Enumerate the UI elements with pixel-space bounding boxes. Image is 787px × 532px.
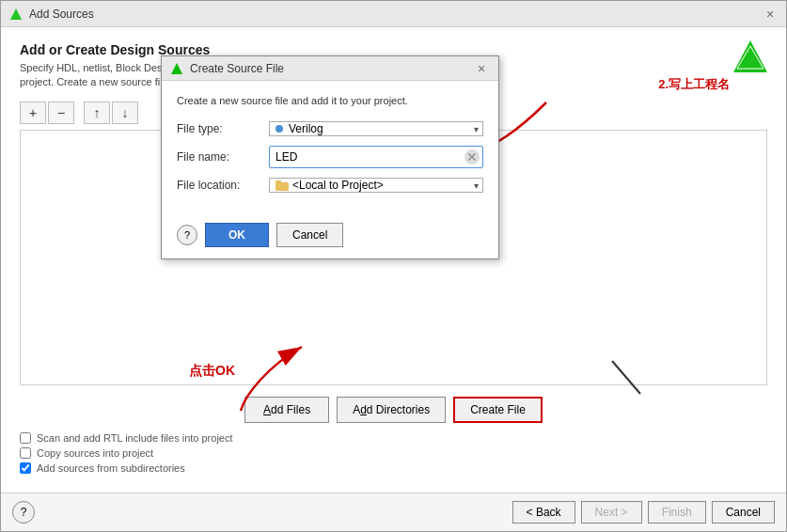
action-buttons-row: Add Files Add Directories Create File (20, 397, 767, 423)
vivado-logo (730, 37, 771, 78)
content-area: Add or Create Design Sources Specify HDL… (1, 27, 786, 493)
window-title: Add Sources (29, 8, 762, 21)
add-subdirs-label: Add sources from subdirectories (37, 462, 185, 474)
remove-file-toolbar-button[interactable]: − (48, 102, 74, 124)
file-name-control: ✕ (269, 146, 483, 168)
file-name-row: File name: ✕ (177, 146, 483, 168)
dialog-title-bar: Create Source File × (162, 56, 498, 81)
dialog-close-button[interactable]: × (472, 59, 491, 78)
file-name-clear-button[interactable]: ✕ (464, 149, 480, 164)
file-location-label: File location: (177, 179, 261, 192)
copy-sources-label: Copy sources into project (37, 447, 153, 459)
move-up-toolbar-button[interactable]: ↑ (84, 102, 110, 124)
finish-button[interactable]: Finish (648, 501, 706, 524)
bottom-navigation: ? < Back Next > Finish Cancel (1, 493, 786, 531)
dialog-body: Create a new source file and add it to y… (162, 81, 498, 215)
create-file-label: Create File (470, 403, 526, 416)
add-file-toolbar-button[interactable]: + (20, 102, 46, 124)
help-button[interactable]: ? (12, 501, 35, 524)
add-directories-label: Add Directories (353, 403, 430, 416)
dialog-cancel-button[interactable]: Cancel (276, 223, 343, 247)
add-subdirs-checkbox[interactable] (20, 462, 31, 474)
file-type-dropdown-icon: ▾ (474, 124, 479, 134)
verilog-dot-icon (275, 125, 283, 133)
copy-sources-option[interactable]: Copy sources into project (20, 447, 767, 459)
file-location-value: <Local to Project> (292, 179, 384, 192)
file-type-value: Verilog (289, 122, 323, 135)
write-project-name-annotation: 2.写上工程名 (658, 76, 730, 93)
next-button[interactable]: Next > (581, 501, 642, 524)
add-files-label: Add Files (263, 403, 310, 416)
add-subdirs-option[interactable]: Add sources from subdirectories (20, 462, 767, 474)
scan-rtl-label: Scan and add RTL include files into proj… (37, 432, 233, 444)
file-type-control: Verilog ▾ (269, 121, 483, 136)
move-down-toolbar-button[interactable]: ↓ (112, 102, 138, 124)
copy-sources-checkbox[interactable] (20, 447, 31, 459)
vivado-logo-area (730, 37, 771, 81)
file-location-dropdown-icon: ▾ (474, 180, 479, 191)
file-type-row: File type: Verilog ▾ (177, 121, 483, 136)
file-location-select[interactable]: <Local to Project> ▾ (269, 178, 483, 193)
create-source-dialog: Create Source File × Create a new source… (161, 55, 499, 259)
window-close-button[interactable]: × (762, 6, 779, 23)
svg-marker-0 (10, 8, 22, 20)
file-location-row: File location: <Local to Project> ▾ (177, 178, 483, 193)
cancel-button[interactable]: Cancel (712, 501, 775, 524)
title-icon (8, 7, 24, 22)
dialog-description: Create a new source file and add it to y… (177, 94, 483, 108)
scan-rtl-option[interactable]: Scan and add RTL include files into proj… (20, 432, 767, 444)
dialog-buttons-row: ? OK Cancel (162, 215, 498, 258)
title-bar: Add Sources × (1, 1, 786, 27)
file-location-control: <Local to Project> ▾ (269, 178, 483, 193)
options-checkboxes: Scan and add RTL include files into proj… (20, 432, 767, 474)
add-files-button[interactable]: Add Files (244, 397, 329, 423)
dialog-help-button[interactable]: ? (177, 225, 197, 245)
folder-icon (275, 180, 289, 191)
nav-buttons-row: < Back Next > Finish Cancel (512, 501, 775, 524)
file-type-label: File type: (177, 122, 261, 135)
dialog-icon (169, 61, 184, 76)
main-window: Add Sources × Add or Create Design Sourc… (0, 0, 787, 532)
file-type-select[interactable]: Verilog ▾ (269, 121, 483, 136)
add-directories-button[interactable]: Add Directories (337, 397, 446, 423)
file-name-label: File name: (177, 150, 261, 164)
file-name-input[interactable] (269, 146, 483, 168)
dialog-ok-button[interactable]: OK (205, 223, 269, 247)
scan-rtl-checkbox[interactable] (20, 432, 31, 444)
create-file-button[interactable]: Create File (453, 397, 543, 423)
svg-marker-3 (171, 63, 182, 74)
dialog-title: Create Source File (190, 62, 472, 75)
svg-rect-5 (275, 180, 281, 184)
back-button[interactable]: < Back (512, 501, 575, 524)
